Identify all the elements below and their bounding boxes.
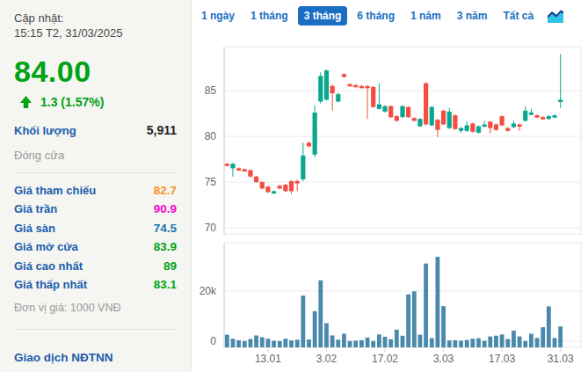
volume-bar[interactable] xyxy=(505,339,510,347)
volume-bar[interactable] xyxy=(476,339,481,347)
volume-bar[interactable] xyxy=(243,341,247,347)
candle-body[interactable] xyxy=(324,70,329,99)
volume-bar[interactable] xyxy=(371,341,375,347)
price-volume-chart[interactable]: 8580757020k013.013.0217.023.0317.0331.03 xyxy=(0,0,588,372)
volume-bar[interactable] xyxy=(377,334,381,347)
candle-body[interactable] xyxy=(447,112,452,128)
volume-bar[interactable] xyxy=(500,334,505,347)
volume-bar[interactable] xyxy=(412,291,417,347)
candle-body[interactable] xyxy=(430,107,434,126)
volume-bar[interactable] xyxy=(388,339,393,347)
candle-body[interactable] xyxy=(406,107,410,117)
volume-bar[interactable] xyxy=(470,339,475,347)
volume-bar[interactable] xyxy=(254,335,258,347)
volume-bar[interactable] xyxy=(336,339,340,347)
volume-bar[interactable] xyxy=(541,327,545,347)
candle-body[interactable] xyxy=(412,118,417,120)
volume-bar[interactable] xyxy=(231,339,236,347)
volume-bar[interactable] xyxy=(272,340,276,347)
candle-plot-area[interactable] xyxy=(224,47,581,234)
candle-body[interactable] xyxy=(236,168,241,171)
volume-bar[interactable] xyxy=(330,335,335,347)
candle-body[interactable] xyxy=(512,123,516,127)
volume-bar[interactable] xyxy=(348,341,352,347)
candle-body[interactable] xyxy=(483,124,487,127)
candle-body[interactable] xyxy=(395,116,399,120)
volume-bar[interactable] xyxy=(249,339,253,347)
candle-body[interactable] xyxy=(289,181,294,191)
candle-body[interactable] xyxy=(283,185,287,191)
candle-body[interactable] xyxy=(547,116,551,119)
volume-bar[interactable] xyxy=(395,330,399,347)
candle-body[interactable] xyxy=(494,124,498,129)
volume-bar[interactable] xyxy=(418,335,423,347)
candle-body[interactable] xyxy=(541,117,545,120)
candle-body[interactable] xyxy=(470,123,475,131)
candle-body[interactable] xyxy=(453,115,457,129)
volume-bar[interactable] xyxy=(558,326,563,347)
volume-bar[interactable] xyxy=(453,340,457,347)
candle-body[interactable] xyxy=(371,87,375,107)
volume-bar[interactable] xyxy=(488,337,492,347)
volume-bar[interactable] xyxy=(318,281,323,347)
volume-bar[interactable] xyxy=(278,341,282,347)
volume-bar[interactable] xyxy=(447,340,452,347)
candle-body[interactable] xyxy=(342,74,346,77)
candle-body[interactable] xyxy=(435,120,439,129)
volume-bar[interactable] xyxy=(383,337,388,347)
volume-bar[interactable] xyxy=(518,337,522,347)
volume-bar[interactable] xyxy=(342,333,346,347)
candle-body[interactable] xyxy=(476,127,481,133)
volume-bar[interactable] xyxy=(353,340,358,347)
candle-body[interactable] xyxy=(248,170,252,176)
volume-bar[interactable] xyxy=(547,306,551,347)
candle-body[interactable] xyxy=(365,86,369,89)
candle-body[interactable] xyxy=(260,182,265,188)
candle-body[interactable] xyxy=(313,113,317,155)
candle-body[interactable] xyxy=(441,111,446,125)
candle-body[interactable] xyxy=(318,76,323,101)
volume-bar[interactable] xyxy=(260,337,265,347)
volume-bar[interactable] xyxy=(512,331,516,347)
candle-body[interactable] xyxy=(523,111,527,120)
volume-bar[interactable] xyxy=(483,340,487,347)
volume-bar[interactable] xyxy=(236,340,241,347)
volume-bar[interactable] xyxy=(401,336,405,347)
candle-body[interactable] xyxy=(500,116,505,125)
volume-bar[interactable] xyxy=(465,340,469,347)
volume-bar[interactable] xyxy=(225,335,229,347)
volume-bar[interactable] xyxy=(430,339,434,347)
candle-body[interactable] xyxy=(330,86,335,93)
candle-body[interactable] xyxy=(388,106,393,117)
candle-body[interactable] xyxy=(400,106,404,117)
volume-bar[interactable] xyxy=(295,339,300,347)
candle-body[interactable] xyxy=(301,156,305,179)
volume-bar[interactable] xyxy=(441,306,446,347)
volume-bar[interactable] xyxy=(436,257,440,347)
candle-body[interactable] xyxy=(295,181,300,184)
candle-body[interactable] xyxy=(278,186,282,188)
volume-bar[interactable] xyxy=(324,323,329,347)
candle-body[interactable] xyxy=(465,126,469,131)
candle-body[interactable] xyxy=(417,119,422,126)
volume-bar[interactable] xyxy=(301,295,305,347)
candle-body[interactable] xyxy=(377,105,381,109)
candle-body[interactable] xyxy=(505,128,510,131)
volume-bar[interactable] xyxy=(359,340,364,347)
candle-body[interactable] xyxy=(225,164,229,166)
candle-body[interactable] xyxy=(558,99,563,102)
volume-bar[interactable] xyxy=(494,336,498,347)
volume-bar[interactable] xyxy=(313,311,317,347)
candle-body[interactable] xyxy=(272,191,276,193)
volume-bar[interactable] xyxy=(535,338,540,347)
volume-bar[interactable] xyxy=(406,295,410,347)
candle-body[interactable] xyxy=(552,115,556,118)
volume-bar[interactable] xyxy=(307,339,311,347)
candle-body[interactable] xyxy=(517,124,521,127)
candle-body[interactable] xyxy=(382,106,387,112)
volume-bar[interactable] xyxy=(289,340,294,347)
volume-bar[interactable] xyxy=(553,338,557,347)
candle-body[interactable] xyxy=(424,84,428,125)
candle-body[interactable] xyxy=(230,164,235,168)
volume-bar[interactable] xyxy=(266,339,271,347)
